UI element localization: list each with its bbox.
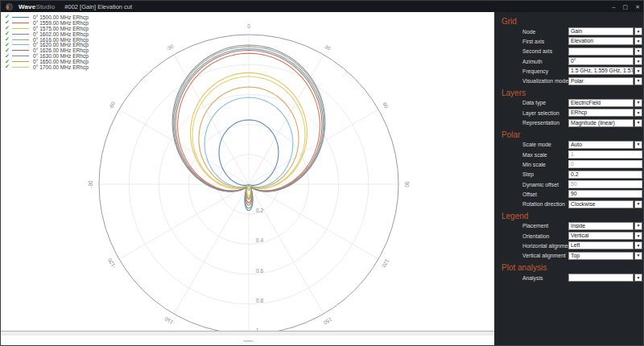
setting-control: 0°▼ xyxy=(568,57,642,65)
dropdown-arrow-icon[interactable]: ▼ xyxy=(634,222,642,230)
legend-check-icon[interactable]: ✓ xyxy=(5,43,12,47)
dropdown-value[interactable] xyxy=(568,47,634,56)
dropdown-arrow-icon[interactable]: ▼ xyxy=(634,109,642,117)
legend-item[interactable]: ✓0° 1700.00 MHz ERhcp xyxy=(5,64,89,70)
dropdown-value[interactable]: 1.5 GHz, 1.559 GHz, 1.575 GHz, 1... xyxy=(568,67,634,75)
section-title-legend: Legend xyxy=(494,209,644,221)
dropdown-value[interactable]: Inside xyxy=(568,222,634,230)
setting-label: Step xyxy=(522,171,534,177)
polar-spoke xyxy=(249,184,378,259)
dropdown-value[interactable]: Left xyxy=(568,241,634,249)
minimize-icon[interactable]: – xyxy=(613,4,616,10)
dropdown-value[interactable]: Elevation xyxy=(568,37,634,45)
app-name-light: Studio xyxy=(35,3,55,10)
dropdown-arrow-icon[interactable]: ▼ xyxy=(634,37,642,45)
setting-control: ▼ xyxy=(568,47,642,56)
setting-label: Layer selection xyxy=(522,110,559,116)
setting-label: Max scale xyxy=(522,152,547,158)
angle-tick-label: -30 xyxy=(165,43,175,51)
setting-row: Rotation directionClockwise▼ xyxy=(494,199,644,208)
angle-tick-label: -60 xyxy=(107,101,116,110)
setting-label: Analysis xyxy=(522,275,543,281)
legend-item[interactable]: ✓0° 1650.00 MHz ERhcp xyxy=(5,59,89,64)
close-icon[interactable]: ✕ xyxy=(635,4,640,10)
legend-color-line xyxy=(12,17,29,18)
dropdown-value[interactable] xyxy=(568,274,634,282)
dropdown-arrow-icon[interactable]: ▼ xyxy=(634,141,642,149)
setting-label: Azimuth xyxy=(522,59,543,64)
setting-control: Auto▼ xyxy=(568,141,642,149)
setting-control: Magnitude (linear)▼ xyxy=(568,119,642,127)
setting-label: Min scale xyxy=(522,162,546,167)
dropdown-arrow-icon[interactable]: ▼ xyxy=(634,57,642,65)
legend-item[interactable]: ✓0° 1620.00 MHz ERhcp xyxy=(5,42,89,47)
dropdown-value[interactable]: Magnitude (linear) xyxy=(568,119,634,127)
text-input-disabled: 50 xyxy=(568,180,642,188)
legend-check-icon[interactable]: ✓ xyxy=(5,48,12,53)
dropdown-arrow-icon[interactable]: ▼ xyxy=(634,27,642,35)
legend-item[interactable]: ✓0° 1602.00 MHz ERhcp xyxy=(5,31,89,37)
legend-item[interactable]: ✓0° 1630.00 MHz ERhcp xyxy=(5,53,89,59)
legend-item[interactable]: ✓0° 1575.00 MHz ERhcp xyxy=(5,26,89,31)
setting-control: 50 xyxy=(568,180,642,188)
dropdown-value[interactable]: ERhcp xyxy=(568,109,634,117)
dropdown-arrow-icon[interactable]: ▼ xyxy=(634,274,642,282)
setting-row: Visualization modePolar▼ xyxy=(494,76,644,85)
maximize-icon[interactable]: ▢ xyxy=(623,4,629,10)
dropdown-value[interactable]: Auto xyxy=(568,141,634,149)
dropdown-value[interactable]: Vertical xyxy=(568,232,634,240)
setting-label: Second axis xyxy=(522,48,552,54)
dropdown-value[interactable]: Polar xyxy=(568,77,634,85)
radial-tick-label: 0.4 xyxy=(256,237,263,243)
setting-label: Placement xyxy=(522,223,548,229)
dropdown-arrow-icon[interactable]: ▼ xyxy=(634,77,642,85)
angle-tick-label: 60 xyxy=(382,101,390,109)
settings-panel: GridNodeGain▼First axisElevation▼Second … xyxy=(494,12,644,346)
legend-item[interactable]: ✓0° 1500.00 MHz ERhcp xyxy=(5,14,89,20)
legend-item[interactable]: ✓0° 1616.00 MHz ERhcp xyxy=(5,37,89,43)
legend-color-line xyxy=(12,34,29,35)
dropdown-arrow-icon[interactable]: ▼ xyxy=(634,67,642,75)
document-title: #002 [Gain] Elevation cut xyxy=(64,3,132,10)
section-title-grid: Grid xyxy=(494,14,644,27)
text-input[interactable]: 90 xyxy=(568,190,642,198)
dropdown-value[interactable]: 0° xyxy=(568,57,634,65)
legend-color-line xyxy=(12,61,29,62)
dropdown-arrow-icon[interactable]: ▼ xyxy=(634,241,642,249)
polar-plot-area: 0306090120150-180-150-120-90-60-300.20.4… xyxy=(1,12,494,342)
text-input-disabled: 1 xyxy=(568,150,642,159)
dropdown-value[interactable]: Top xyxy=(568,252,634,260)
legend-color-line xyxy=(12,39,29,40)
legend-color-line xyxy=(12,67,29,68)
setting-label: Dynamic offset xyxy=(522,182,559,187)
setting-control: Gain▼ xyxy=(568,27,642,35)
dropdown-arrow-icon[interactable]: ▼ xyxy=(634,200,642,208)
legend-check-icon[interactable]: ✓ xyxy=(5,54,12,59)
dropdown-arrow-icon[interactable]: ▼ xyxy=(634,252,642,260)
angle-tick-label: -150 xyxy=(163,316,175,327)
angle-tick-label: 120 xyxy=(381,258,390,269)
setting-control: Polar▼ xyxy=(568,77,642,85)
dropdown-arrow-icon[interactable]: ▼ xyxy=(634,99,642,107)
legend-check-icon[interactable]: ✓ xyxy=(5,64,12,69)
dropdown-arrow-icon[interactable]: ▼ xyxy=(634,47,642,56)
app-name-bold: Wave xyxy=(19,3,35,10)
setting-label: Horizontal alignment xyxy=(522,243,572,249)
dropdown-arrow-icon[interactable]: ▼ xyxy=(634,119,642,127)
setting-row: Analysis▼ xyxy=(494,273,644,282)
setting-row: Min scale0 xyxy=(494,159,644,169)
dropdown-arrow-icon[interactable]: ▼ xyxy=(634,232,642,240)
legend-item[interactable]: ✓0° 1559.00 MHz ERhcp xyxy=(5,20,89,26)
dropdown-value[interactable]: ElectricField xyxy=(568,99,634,107)
setting-row: Azimuth0°▼ xyxy=(494,56,644,66)
section-title-layers: Layers xyxy=(494,86,644,98)
dropdown-value[interactable]: Gain xyxy=(568,27,634,35)
radial-tick-label: 0.2 xyxy=(256,208,263,213)
setting-label: Orientation xyxy=(522,233,549,239)
text-input[interactable]: 0.2 xyxy=(568,171,642,179)
dropdown-value[interactable]: Clockwise xyxy=(568,200,634,208)
radial-tick-label: 0.8 xyxy=(256,298,263,303)
setting-row: Offset90 xyxy=(494,189,644,199)
legend-item[interactable]: ✓0° 1626.00 MHz ERhcp xyxy=(5,47,89,53)
polar-spoke xyxy=(119,184,249,259)
